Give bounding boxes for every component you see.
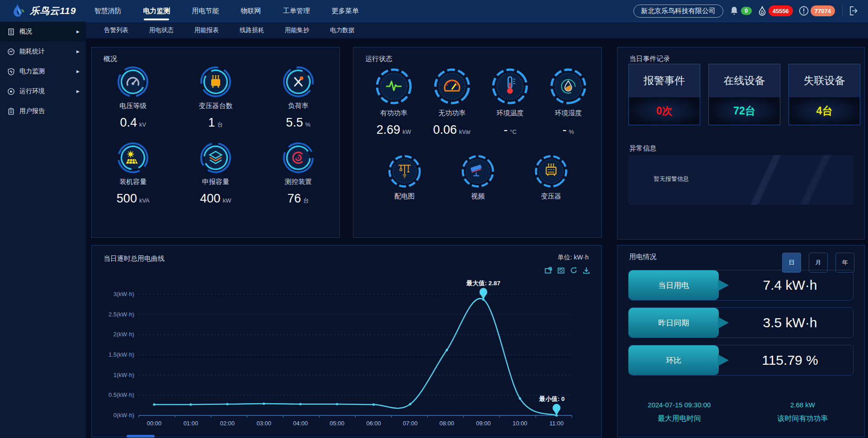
metric-label: 无功功率 [439, 109, 466, 118]
card-value: 4台 [789, 97, 860, 125]
logo-flame-icon [12, 3, 25, 19]
sidebar-item-power-monitor[interactable]: 电力监测 ▶ [0, 61, 86, 81]
shortcut-video[interactable]: 视频 [449, 154, 506, 201]
svg-text:07:00: 07:00 [403, 420, 418, 427]
download-icon[interactable] [582, 266, 590, 274]
main-menu: 智慧消防 电力监测 用电节能 物联网 工单管理 更多菜单 [94, 0, 359, 22]
warning-group[interactable]: 77074 [798, 5, 835, 16]
sidebar-item-label: 电力监测 [19, 67, 45, 75]
metric-ambient-humidity: 环境湿度 -% [542, 67, 595, 137]
overview-grid: 电压等级 0.4kV 变压器台数 1台 [92, 66, 340, 206]
shortcut-label: 配电图 [395, 192, 415, 201]
stat-label: 测控装置 [285, 178, 312, 186]
fire-alarm-group[interactable]: 45556 [757, 5, 793, 16]
card-online-devices: 在线设备 72台 [708, 64, 780, 125]
menu-item-power[interactable]: 电力监测 [143, 0, 170, 22]
transformer-icon [199, 66, 232, 98]
panel-title: 当日事件记录 [629, 55, 670, 63]
svg-text:11:00: 11:00 [549, 420, 564, 427]
svg-text:1(kW·h): 1(kW·h) [113, 372, 134, 378]
shortcut-label: 视频 [471, 192, 485, 201]
power-monitor-dashboard: 乐鸟云119 智慧消防 电力监测 用电节能 物联网 工单管理 更多菜单 新北京乐… [0, 0, 868, 438]
metric-active-power: 有功功率 2.69kW [367, 67, 420, 137]
svg-text:0(kW·h): 0(kW·h) [113, 412, 134, 419]
hourly-power-line-chart[interactable]: 0(kW·h)0.5(kW·h)1(kW·h)1.5(kW·h)2(kW·h)2… [97, 274, 585, 435]
stat-transformer-count: 变压器台数 1台 [175, 66, 257, 130]
logo-text: 乐鸟云119 [30, 5, 76, 17]
distribution-diagram-icon [387, 154, 422, 188]
row-value: 115.79 % [719, 353, 853, 368]
subtab-meter-reading[interactable]: 用能集抄 [285, 26, 309, 34]
transformer-box-icon [534, 154, 568, 188]
temperature-icon [491, 67, 529, 105]
sidebar-item-user-report[interactable]: 用户报告 [0, 101, 86, 121]
event-cards: 报警事件 0次 在线设备 72台 失联设备 4台 [628, 64, 860, 125]
menu-item-workorder[interactable]: 工单管理 [283, 0, 310, 22]
metric-label: 有功功率 [380, 109, 407, 118]
warning-icon [798, 5, 809, 16]
running-shortcuts: 配电图 视频 [376, 154, 580, 201]
sidebar-item-label: 概况 [19, 28, 32, 36]
subtab-line-loss[interactable]: 线路损耗 [240, 26, 264, 34]
svg-text:10:00: 10:00 [513, 420, 528, 427]
usage-rows: 当日用电 7.4 kW·h 昨日同期 3.5 kW·h 环比 115.79 % [628, 270, 854, 382]
chart-title: 当日逐时总用电曲线 [104, 254, 165, 263]
overview-panel: 概况 电压等级 0.4kV [91, 47, 340, 238]
stat-label: 电压等级 [119, 102, 146, 110]
panel-title: 概况 [104, 55, 117, 63]
subtab-power-data[interactable]: 电力数据 [330, 26, 354, 34]
stat-installed-capacity: 装机容量 500kVA [92, 141, 175, 206]
chevron-right-icon: ▶ [76, 69, 80, 74]
card-label: 在线设备 [709, 64, 780, 97]
max-usage-time: 2024-07-15 09:30:00 最大用电时间 [618, 401, 741, 424]
chart-toolbar [544, 266, 590, 274]
daily-events-panel: 当日事件记录 报警事件 0次 在线设备 72台 失联设备 4台 异常信息 暂无报… [617, 47, 865, 240]
environment-icon [7, 88, 15, 95]
logout-button[interactable] [842, 5, 860, 17]
running-status-panel: 运行状态 有功功率 2.69kW [353, 47, 602, 238]
overview-doc-icon [7, 28, 15, 36]
sidebar-item-energy-stats[interactable]: 能耗统计 ▶ [0, 42, 86, 61]
stat-value: 76台 [288, 192, 309, 206]
subtab-energy-report[interactable]: 用能报表 [194, 26, 219, 34]
abnormal-info-box: 暂无报警信息 [628, 155, 854, 205]
sidebar-item-environment[interactable]: 运行环境 ▶ [0, 81, 86, 101]
menu-item-iot[interactable]: 物联网 [241, 0, 261, 22]
menu-item-more[interactable]: 更多菜单 [331, 0, 359, 22]
row-ratio: 环比 115.79 % [628, 345, 854, 376]
svg-text:00:00: 00:00 [147, 420, 162, 427]
subtab-power-status[interactable]: 用电状态 [149, 26, 174, 34]
load-rate-icon [282, 66, 315, 98]
gauge-icon [117, 66, 149, 98]
row-label-chip: 环比 [628, 345, 719, 375]
app-logo[interactable]: 乐鸟云119 [0, 3, 86, 19]
restore-icon[interactable] [557, 266, 565, 274]
metric-label: 环境温度 [496, 109, 524, 118]
shortcut-transformer[interactable]: 变压器 [523, 154, 580, 201]
shortcut-distribution-diagram[interactable]: 配电图 [376, 154, 433, 201]
flame-icon [757, 5, 767, 16]
card-label: 失联设备 [789, 64, 860, 97]
stat-voltage-level: 电压等级 0.4kV [92, 66, 175, 130]
bell-group[interactable]: 0 [729, 5, 752, 16]
zoom-box-icon[interactable] [544, 266, 552, 274]
svg-text:06:00: 06:00 [366, 420, 381, 427]
svg-text:05:00: 05:00 [330, 420, 344, 427]
metric-value: -°C [504, 123, 517, 137]
chart-unit-label: 单位: kW·h [558, 254, 589, 262]
company-name[interactable]: 新北京乐鸟科技有限公司 [633, 5, 723, 18]
menu-item-saving[interactable]: 用电节能 [192, 0, 219, 22]
svg-text:0.5(kW·h): 0.5(kW·h) [108, 391, 134, 398]
stat-value: 1台 [208, 116, 223, 130]
refresh-icon[interactable] [570, 266, 578, 274]
horizontal-scrollbar-thumb[interactable] [127, 435, 155, 438]
card-offline-devices: 失联设备 4台 [788, 64, 860, 125]
menu-item-fire[interactable]: 智慧消防 [94, 0, 121, 22]
metric-value: -% [562, 123, 574, 137]
energy-stats-icon [7, 48, 15, 56]
humidity-icon [549, 67, 587, 105]
sidebar-item-overview[interactable]: 概况 ▶ [0, 22, 86, 42]
svg-text:1.5(kW·h): 1.5(kW·h) [108, 351, 134, 358]
subtab-alarm-list[interactable]: 告警列表 [104, 26, 128, 34]
svg-text:01:00: 01:00 [184, 420, 198, 427]
